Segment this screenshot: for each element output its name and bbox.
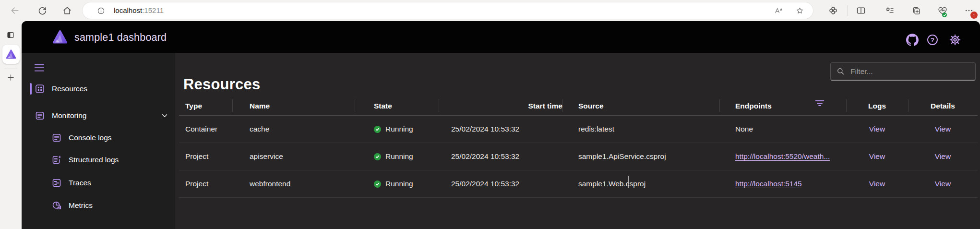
app-header: sample1 dashboard ? [22,21,980,53]
col-header-endpoints[interactable]: Endpoints [719,97,846,115]
table-row-cache: Container cache Running 25/02/2024 10:53… [179,116,978,143]
metrics-pie-icon [51,200,62,211]
logs-view-link[interactable]: View [869,125,885,133]
favorites-icon[interactable] [883,3,897,18]
cell-source: sample1.ApiService.csproj [562,143,719,170]
cell-state: Running [355,116,439,143]
col-header-type[interactable]: Type [179,97,232,115]
sidebar-item-label: Traces [69,179,91,187]
traces-gantt-icon [51,178,62,188]
cell-name: webfrontend [232,170,355,197]
cell-details: View [908,170,978,197]
state-label: Running [385,125,413,133]
endpoint-link[interactable]: http://localhost:5145 [735,180,802,188]
aspire-logo [52,29,68,45]
sidebar-item-monitoring[interactable]: Monitoring [22,107,188,125]
cell-type: Container [179,116,232,143]
browser-toolbar: localhost:15211 ↑ [0,0,980,21]
strip-divider [4,69,17,69]
cell-endpoints: http://localhost:5145 [719,170,846,197]
details-view-link[interactable]: View [935,180,951,188]
filter-input[interactable] [849,67,970,76]
cell-state: Running [355,143,439,170]
read-aloud-icon[interactable] [773,5,783,16]
filter-searchbox[interactable] [830,62,976,81]
settings-gear-icon[interactable] [948,33,962,47]
cell-source: sample1.Web.csproj [562,170,719,197]
selection-indicator [30,83,32,95]
new-tab-icon[interactable] [7,73,15,82]
app-title: sample1 dashboard [74,32,167,44]
cell-logs: View [846,170,908,197]
state-label: Running [385,180,413,188]
cell-type: Project [179,170,232,197]
structured-logs-sparkle-icon [51,155,62,165]
sidebar-item-label: Metrics [69,201,93,210]
page-info-icon[interactable] [96,5,106,16]
col-header-name[interactable]: Name [232,97,355,115]
table-header-row: Type Name State Start time Source Endpoi… [179,97,978,116]
split-screen-icon[interactable] [854,3,868,18]
logs-view-link[interactable]: View [869,152,885,161]
sidebar-item-label: Structured logs [69,156,119,164]
active-tab[interactable] [2,45,20,64]
toolbar-separator [848,5,848,16]
refresh-icon[interactable] [35,3,49,18]
home-icon[interactable] [60,3,74,18]
aspire-app: sample1 dashboard ? Resources Monitoring [22,21,980,229]
running-check-icon [374,181,381,188]
cell-name: apiservice [232,143,355,170]
details-view-link[interactable]: View [935,125,951,133]
col-header-details[interactable]: Details [908,97,978,115]
cell-type: Project [179,143,232,170]
url-host: localhost [114,6,142,14]
sidebar-item-label: Console logs [69,133,112,142]
console-logs-icon [51,133,62,143]
col-header-logs[interactable]: Logs [846,97,908,115]
resources-table: Type Name State Start time Source Endpoi… [179,97,978,198]
state-label: Running [385,152,413,161]
collections-icon[interactable] [909,3,923,18]
grid-icon [35,84,45,94]
browser-update-badge: ↑ [970,12,978,19]
extensions-icon[interactable] [826,3,840,18]
col-header-start-time[interactable]: Start time [439,97,562,115]
sidebar-item-resources[interactable]: Resources [22,80,188,98]
github-icon[interactable] [906,33,919,47]
cell-logs: View [846,143,908,170]
cell-start-time: 25/02/2024 10:53:32 [439,143,562,170]
col-header-state[interactable]: State [355,97,439,115]
cell-endpoints: None [719,116,846,143]
favorite-star-icon[interactable] [794,5,805,16]
tab-actions-icon[interactable] [7,31,14,38]
cell-name: cache [232,116,355,143]
cell-start-time: 25/02/2024 10:53:32 [439,116,562,143]
logs-view-link[interactable]: View [869,180,885,188]
col-header-source[interactable]: Source [562,97,719,115]
chevron-down-icon [161,112,168,119]
cell-start-time: 25/02/2024 10:53:32 [439,170,562,197]
url-text: localhost:15211 [114,6,164,14]
help-icon[interactable]: ? [926,33,939,47]
svg-text:?: ? [931,36,934,44]
menu-hamburger-icon[interactable] [34,63,45,72]
cell-source: redis:latest [562,116,719,143]
back-icon[interactable] [8,3,22,18]
cell-endpoints: http://localhost:5520/weath... [719,143,846,170]
cell-details: View [908,116,978,143]
edge-vertical-tabs [0,21,22,229]
cell-details: View [908,143,978,170]
cell-state: Running [355,170,439,197]
address-bar[interactable]: localhost:15211 [83,2,813,19]
table-row-webfrontend: Project webfrontend Running 25/02/2024 1… [179,170,978,198]
essentials-ok-badge [942,12,947,17]
url-port: :15211 [142,6,164,14]
endpoint-link[interactable]: http://localhost:5520/weath... [735,152,830,161]
running-check-icon [374,126,381,133]
details-view-link[interactable]: View [935,152,951,161]
table-row-apiservice: Project apiservice Running 25/02/2024 10… [179,143,978,170]
page-title: Resources [183,76,260,93]
cell-logs: View [846,116,908,143]
sidebar: Resources Monitoring Console logs Struct… [22,53,175,229]
sidebar-item-label: Resources [52,84,87,93]
